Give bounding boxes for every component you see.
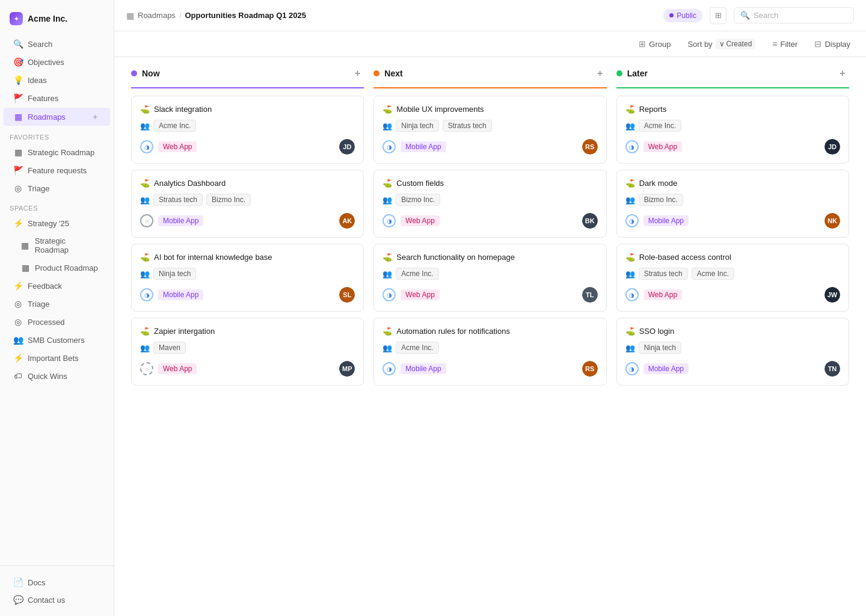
company-tag: Bizmo Inc. (206, 194, 251, 206)
card-flag-icon: ⛳ (382, 253, 392, 262)
group-button[interactable]: ⊞ Group (635, 37, 674, 51)
card-status-icon: ◑ (382, 362, 396, 375)
sidebar-item-important-bets[interactable]: ⚡ Important Bets (4, 350, 110, 366)
column-add-button-next[interactable]: + (594, 67, 607, 80)
sort-label: Sort by (687, 40, 712, 49)
strategic-roadmap-icon: ▦ (13, 147, 23, 157)
card[interactable]: ⛳ Mobile UX improvements 👥 Ninja techStr… (373, 96, 606, 164)
header-search-placeholder: Search (754, 11, 778, 20)
card[interactable]: ⛳ Slack integration 👥 Acme Inc. ◑ Web Ap… (131, 96, 364, 164)
avatar: BK (582, 213, 598, 229)
sidebar-item-processed[interactable]: ◎ Processed (4, 313, 110, 330)
sidebar-item-strategic-roadmap[interactable]: ▦ Strategic Roadmap (4, 144, 110, 161)
sidebar-bottom: 📄 Docs 💬 Contact us (0, 565, 114, 609)
sidebar-item-search[interactable]: 🔍 Search (4, 35, 110, 52)
card-title: ⛳ Custom fields (382, 179, 597, 188)
card[interactable]: ⛳ Role-based access control 👥 Stratus te… (616, 244, 849, 312)
filter-button[interactable]: ≡ Filter (769, 37, 801, 51)
avatar-initials: MP (339, 361, 355, 377)
column-add-button-now[interactable]: + (351, 67, 364, 80)
sidebar-label-features: Features (28, 94, 58, 103)
group-icon: ⊞ (639, 39, 646, 49)
sidebar-item-quick-wins[interactable]: 🏷 Quick Wins (4, 368, 110, 384)
group-label: Group (649, 40, 671, 49)
card-flag-icon: ⛳ (382, 179, 392, 188)
avatar-initials: JW (825, 287, 840, 303)
triage-icon: ◎ (13, 183, 23, 193)
card[interactable]: ⛳ Dark mode 👥 Bizmo Inc. ◑ Mobile App NK (616, 170, 849, 238)
app-tag: Mobile App (158, 215, 203, 226)
sidebar-label-processed: Processed (28, 318, 64, 327)
card-title-text: Mobile UX improvements (396, 105, 484, 114)
app-tag: Mobile App (401, 141, 446, 152)
sidebar-item-triage[interactable]: ◎ Triage (4, 180, 110, 197)
card-title-text: Dark mode (639, 179, 678, 188)
card-title: ⛳ SSO login (625, 327, 840, 336)
card[interactable]: ⛳ Reports 👥 Acme Inc. ◑ Web App JD (616, 96, 849, 164)
breadcrumb-parent[interactable]: Roadmaps (138, 11, 176, 20)
sidebar-item-smb-customers[interactable]: 👥 SMB Customers (4, 331, 110, 348)
sidebar-item-strategic-roadmap2[interactable]: ▦ Strategic Roadmap (4, 233, 110, 258)
card-status-icon: ◑ (625, 140, 639, 153)
sidebar-label-docs: Docs (28, 578, 46, 587)
card[interactable]: ⛳ Search functionality on homepage 👥 Acm… (373, 244, 606, 312)
filter-label: Filter (780, 40, 797, 49)
card-title: ⛳ Role-based access control (625, 253, 840, 262)
companies-icon: 👥 (382, 343, 392, 353)
layout-toggle-button[interactable]: ⊞ (710, 7, 726, 24)
layout-icon: ⊞ (715, 11, 722, 20)
card-title-text: Analytics Dashboard (154, 179, 226, 188)
display-button[interactable]: ⊟ Display (811, 37, 854, 51)
column-add-button-later[interactable]: + (836, 67, 849, 80)
sort-button[interactable]: Sort by ∨ Created (684, 36, 759, 52)
column-header-next: Next + (373, 57, 606, 87)
card[interactable]: ⛳ Custom fields 👥 Bizmo Inc. ◑ Web App B… (373, 170, 606, 238)
companies-icon: 👥 (140, 270, 150, 279)
card-title-text: Reports (639, 105, 667, 114)
roadmaps-add-button[interactable]: + (90, 111, 100, 122)
app-tag: Mobile App (643, 363, 689, 374)
sidebar-item-triage2[interactable]: ◎ Triage (4, 295, 110, 312)
card[interactable]: ⛳ Zapier intergation 👥 Maven ○ Web App M… (131, 318, 364, 386)
sidebar-item-feedback[interactable]: ⚡ Feedback (4, 277, 110, 294)
sidebar-item-feature-requests[interactable]: 🚩 Feature requests (4, 162, 110, 179)
sidebar-item-ideas[interactable]: 💡 Ideas (4, 72, 110, 88)
sidebar-item-product-roadmap[interactable]: ▦ Product Roadmap (4, 259, 110, 276)
companies-icon: 👥 (382, 270, 392, 279)
card-footer: ◑ Web App JD (140, 139, 355, 155)
card[interactable]: ⛳ AI bot for internal knowledge base 👥 N… (131, 244, 364, 312)
avatar-initials: NK (825, 213, 840, 229)
card-flag-icon: ⛳ (625, 179, 635, 188)
companies-icon: 👥 (625, 196, 635, 205)
visibility-badge[interactable]: Public (663, 9, 702, 22)
breadcrumb: ▦ Roadmaps / Opportunities Roadmap Q1 20… (126, 11, 656, 20)
card-status-icon: ◑ (140, 140, 153, 153)
header-search-box[interactable]: 🔍 Search (734, 7, 854, 23)
sidebar-item-strategy25[interactable]: ⚡ Strategy '25 (4, 215, 110, 232)
card-status-icon: ◑ (382, 214, 396, 227)
sidebar-item-contact[interactable]: 💬 Contact us (4, 591, 110, 608)
card-footer: ○ Web App MP (140, 361, 355, 377)
companies-icon: 👥 (625, 270, 635, 279)
important-bets-icon: ⚡ (13, 353, 23, 363)
sidebar-item-features[interactable]: 🚩 Features (4, 90, 110, 106)
card-flag-icon: ⛳ (140, 327, 150, 336)
company-tag: Ninja tech (639, 342, 681, 354)
app-logo[interactable]: Acme Inc. (0, 7, 114, 35)
sidebar-label-smb: SMB Customers (28, 336, 85, 345)
companies-icon: 👥 (625, 343, 635, 353)
card[interactable]: ⛳ Automation rules for notifications 👥 A… (373, 318, 606, 386)
avatar: AK (339, 213, 355, 229)
ideas-icon: 💡 (13, 75, 23, 85)
card-status-icon: ◑ (382, 288, 396, 301)
sidebar-item-roadmaps[interactable]: ▦ Roadmaps + (4, 108, 110, 126)
card-title: ⛳ Dark mode (625, 179, 840, 188)
card-footer: ◑ Web App JW (625, 287, 840, 303)
app-tag: Web App (643, 141, 682, 152)
roadmaps-icon: ▦ (13, 112, 23, 122)
card[interactable]: ⛳ SSO login 👥 Ninja tech ◑ Mobile App TN (616, 318, 849, 386)
companies-icon: 👥 (140, 343, 150, 353)
sidebar-item-objectives[interactable]: 🎯 Objectives (4, 54, 110, 70)
sidebar-item-docs[interactable]: 📄 Docs (4, 574, 110, 591)
card[interactable]: ⛳ Analytics Dashboard 👥 Stratus techBizm… (131, 170, 364, 238)
